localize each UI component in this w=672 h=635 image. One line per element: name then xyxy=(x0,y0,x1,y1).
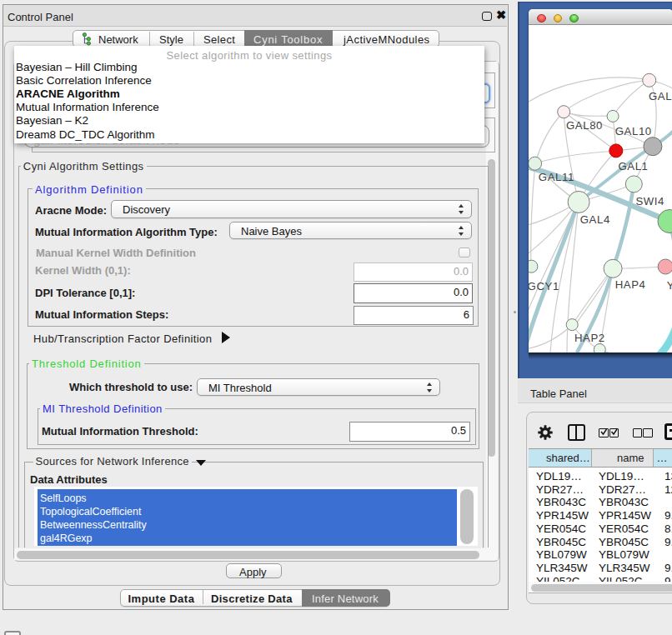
svg-text:GAL80: GAL80 xyxy=(566,119,603,132)
svg-text:GCY1: GCY1 xyxy=(529,280,559,292)
svg-text:HAP4: HAP4 xyxy=(615,278,646,291)
svg-text:SWI4: SWI4 xyxy=(635,195,664,208)
svg-text:GAL10: GAL10 xyxy=(615,125,652,138)
svg-text:GAL4: GAL4 xyxy=(580,213,610,226)
svg-text:Y: Y xyxy=(667,279,672,292)
svg-text:GAL1: GAL1 xyxy=(618,160,648,172)
svg-text:GAL11: GAL11 xyxy=(539,171,574,183)
svg-text:HAP2: HAP2 xyxy=(574,332,605,344)
svg-text:GAL: GAL xyxy=(649,90,672,102)
